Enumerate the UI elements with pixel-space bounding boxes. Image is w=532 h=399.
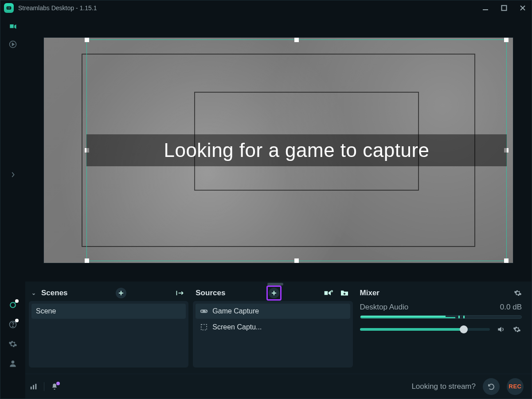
preview-canvas[interactable]: Looking for a game to capture [43, 37, 513, 263]
preview-status-text: Looking for a game to capture [86, 134, 507, 166]
editor-tab-icon[interactable] [8, 22, 18, 31]
scenes-list: Scene [29, 301, 188, 368]
scrollbar-thumb[interactable] [267, 283, 283, 286]
svg-rect-14 [201, 325, 207, 330]
resize-handle-icon[interactable] [294, 258, 299, 263]
resize-handle-icon[interactable] [504, 258, 509, 263]
record-button[interactable]: REC [507, 378, 524, 395]
resize-handle-icon[interactable] [85, 258, 89, 263]
svg-point-2 [9, 7, 10, 8]
mixer-channel-name: Desktop Audio [360, 303, 409, 312]
scene-item-label: Scene [36, 307, 56, 315]
svg-rect-0 [7, 6, 12, 9]
svg-point-6 [10, 302, 16, 308]
window-maximize-button[interactable] [499, 5, 509, 11]
divider [44, 382, 44, 391]
svg-point-13 [206, 311, 207, 312]
left-rail [0, 16, 25, 399]
title-bar: Streamlabs Desktop - 1.15.1 [0, 0, 532, 16]
svg-rect-15 [31, 387, 32, 389]
app-logo-icon [4, 3, 14, 13]
svg-rect-3 [483, 9, 488, 10]
settings-icon[interactable] [8, 339, 18, 349]
source-item[interactable]: Screen Captu... [196, 320, 350, 335]
help-icon[interactable] [8, 320, 18, 329]
account-icon[interactable] [8, 359, 18, 368]
volume-slider[interactable] [360, 328, 490, 331]
svg-point-9 [11, 360, 14, 364]
record-label: REC [509, 383, 522, 390]
scene-transition-icon[interactable] [174, 288, 186, 298]
add-source-folder-icon[interactable] [339, 288, 350, 298]
expand-rail-icon[interactable] [8, 170, 18, 180]
audio-meter [360, 315, 522, 319]
window-title: Streamlabs Desktop - 1.15.1 [18, 4, 97, 12]
svg-rect-16 [33, 385, 34, 389]
source-item-label: Game Capture [212, 307, 259, 315]
notifications-icon[interactable] [51, 383, 59, 391]
volume-icon[interactable] [496, 325, 506, 334]
resize-handle-icon[interactable] [85, 38, 89, 42]
window-close-button[interactable] [517, 5, 528, 11]
svg-point-12 [205, 310, 206, 311]
resize-handle-icon[interactable] [504, 38, 509, 42]
resize-handle-icon[interactable] [294, 38, 299, 42]
add-source-button[interactable] [269, 288, 279, 298]
gamepad-icon [200, 309, 208, 314]
mixer-channel-level: 0.0 dB [500, 303, 522, 312]
studio-mode-icon[interactable] [323, 288, 334, 298]
mixer-heading: Mixer [360, 289, 379, 297]
selection-icon [200, 324, 208, 331]
svg-rect-17 [35, 383, 37, 389]
window-minimize-button[interactable] [480, 5, 491, 11]
scenes-heading: Scenes [41, 289, 68, 297]
svg-rect-4 [502, 5, 507, 10]
svg-point-1 [8, 7, 8, 8]
collapse-toggle-icon[interactable]: ⌄ [31, 290, 36, 296]
source-item[interactable]: Game Capture [196, 304, 350, 319]
stream-cta-label: Looking to stream? [411, 382, 476, 391]
mixer-settings-icon[interactable] [514, 289, 522, 297]
status-bar: Looking to stream? REC [25, 374, 532, 399]
slider-thumb-icon[interactable] [460, 325, 468, 333]
undo-button[interactable] [483, 378, 500, 395]
svg-point-8 [12, 326, 13, 327]
stats-icon[interactable] [30, 383, 38, 390]
channel-settings-icon[interactable] [512, 325, 522, 333]
scene-item[interactable]: Scene [31, 304, 186, 319]
tutorial-highlight [266, 286, 282, 301]
source-item-label: Screen Captu... [212, 323, 262, 331]
sources-list: Game Capture Screen Captu... [193, 301, 352, 368]
sources-heading: Sources [196, 289, 225, 297]
theme-store-icon[interactable] [8, 300, 18, 310]
svg-point-10 [331, 290, 332, 292]
play-tab-icon[interactable] [8, 39, 18, 49]
add-scene-button[interactable] [116, 288, 126, 298]
